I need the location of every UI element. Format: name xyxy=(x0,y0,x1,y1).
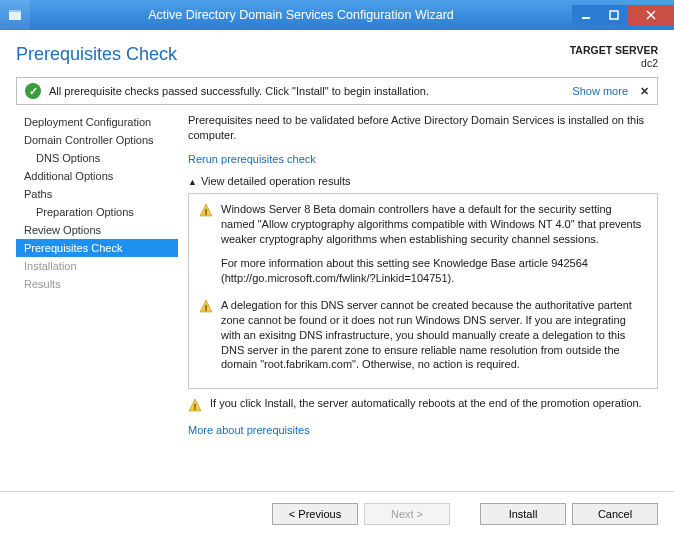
window-titlebar: Active Directory Domain Services Configu… xyxy=(0,0,674,30)
page-title: Prerequisites Check xyxy=(16,44,177,65)
rerun-prerequisites-link[interactable]: Rerun prerequisites check xyxy=(188,153,658,165)
sidebar-item-installation: Installation xyxy=(16,257,178,275)
close-button[interactable] xyxy=(628,5,674,25)
results-box: ! Windows Server 8 Beta domain controlle… xyxy=(188,193,658,389)
status-bar: ✓ All prerequisite checks passed success… xyxy=(16,77,658,105)
sidebar-item-deployment-configuration[interactable]: Deployment Configuration xyxy=(16,113,178,131)
sidebar-item-additional-options[interactable]: Additional Options xyxy=(16,167,178,185)
sidebar-item-prerequisites-check[interactable]: Prerequisites Check xyxy=(16,239,178,257)
install-button[interactable]: Install xyxy=(480,503,566,525)
window-buttons xyxy=(572,5,674,25)
target-server-label: TARGET SERVER xyxy=(570,44,658,57)
svg-rect-3 xyxy=(610,11,618,19)
warning-icon: ! xyxy=(188,398,202,412)
cancel-button[interactable]: Cancel xyxy=(572,503,658,525)
results-section-header[interactable]: ▲View detailed operation results xyxy=(188,175,658,187)
page-header: Prerequisites Check TARGET SERVER dc2 xyxy=(0,30,674,77)
intro-text: Prerequisites need to be validated befor… xyxy=(188,113,658,143)
result-row: ! Windows Server 8 Beta domain controlle… xyxy=(199,202,647,286)
svg-rect-2 xyxy=(582,17,590,19)
results-section-label: View detailed operation results xyxy=(201,175,351,187)
result-row: ! A delegation for this DNS server canno… xyxy=(199,298,647,372)
target-server-value: dc2 xyxy=(570,57,658,70)
sidebar-item-domain-controller-options[interactable]: Domain Controller Options xyxy=(16,131,178,149)
sidebar-item-paths[interactable]: Paths xyxy=(16,185,178,203)
wizard-footer: < Previous Next > Install Cancel xyxy=(0,491,674,535)
sidebar-item-dns-options[interactable]: DNS Options xyxy=(16,149,178,167)
caret-up-icon: ▲ xyxy=(188,177,197,187)
success-icon: ✓ xyxy=(25,83,41,99)
window-title: Active Directory Domain Services Configu… xyxy=(30,8,572,22)
maximize-button[interactable] xyxy=(600,5,628,25)
more-about-prerequisites-link[interactable]: More about prerequisites xyxy=(188,424,658,436)
next-button: Next > xyxy=(364,503,450,525)
show-more-link[interactable]: Show more xyxy=(572,85,628,97)
svg-rect-1 xyxy=(9,10,21,12)
previous-button[interactable]: < Previous xyxy=(272,503,358,525)
svg-text:!: ! xyxy=(205,303,208,313)
sidebar-item-results: Results xyxy=(16,275,178,293)
minimize-button[interactable] xyxy=(572,5,600,25)
svg-text:!: ! xyxy=(194,402,197,412)
svg-text:!: ! xyxy=(205,207,208,217)
sidebar-item-review-options[interactable]: Review Options xyxy=(16,221,178,239)
install-footnote: If you click Install, the server automat… xyxy=(210,397,642,412)
app-icon xyxy=(0,0,30,30)
install-footnote-row: ! If you click Install, the server autom… xyxy=(188,397,658,412)
sidebar-item-preparation-options[interactable]: Preparation Options xyxy=(16,203,178,221)
target-server-block: TARGET SERVER dc2 xyxy=(570,44,658,69)
warning-icon: ! xyxy=(199,299,213,313)
main-content: Prerequisites need to be validated befor… xyxy=(178,113,658,503)
wizard-sidebar: Deployment ConfigurationDomain Controlle… xyxy=(16,113,178,503)
dismiss-status-button[interactable]: ✕ xyxy=(640,85,649,98)
warning-icon: ! xyxy=(199,203,213,217)
result-text: Windows Server 8 Beta domain controllers… xyxy=(221,202,647,286)
status-message: All prerequisite checks passed successfu… xyxy=(49,85,572,97)
result-text: A delegation for this DNS server cannot … xyxy=(221,298,647,372)
